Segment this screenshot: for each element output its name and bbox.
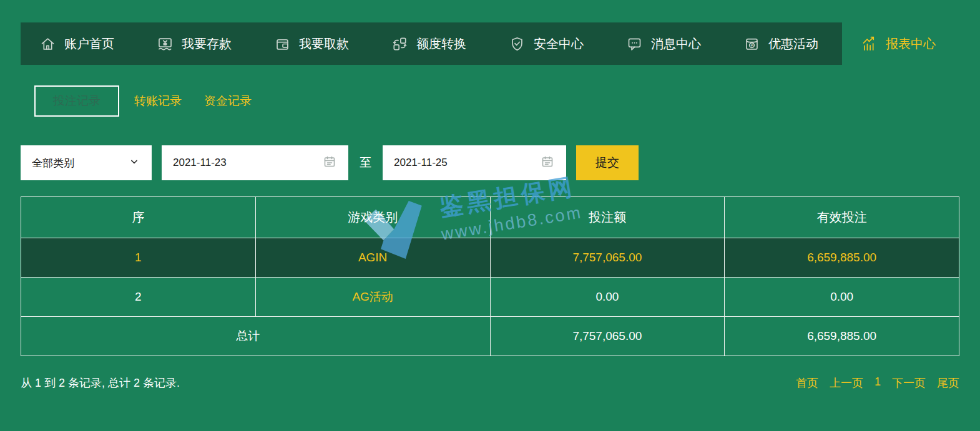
- pagination: 首页上一页1下一页尾页: [796, 375, 959, 390]
- nav-item-label: 优惠活动: [768, 36, 818, 52]
- table-row: 2 AG活动 0.00 0.00: [21, 278, 959, 317]
- bet-amount-cell: 0.00: [490, 278, 725, 317]
- promo-icon: ¥: [743, 36, 760, 52]
- tab-bet-records[interactable]: 投注记录: [34, 85, 119, 117]
- message-icon: [626, 36, 643, 52]
- nav-item-messages[interactable]: 消息中心: [607, 22, 725, 65]
- page-next[interactable]: 下一页: [892, 375, 926, 390]
- page-first[interactable]: 首页: [796, 375, 818, 390]
- svg-text:¥: ¥: [750, 42, 753, 48]
- nav-item-label: 账户首页: [64, 36, 114, 52]
- table-header-cell: 有效投注: [725, 197, 959, 238]
- shield-icon: [509, 36, 526, 52]
- table-header-row: 序游戏类别投注额有效投注: [21, 197, 959, 238]
- category-select-value: 全部类别: [32, 156, 74, 170]
- page-last[interactable]: 尾页: [937, 375, 959, 390]
- chart-icon: [861, 36, 878, 52]
- bet-amount-cell: 7,757,065.00: [490, 238, 725, 278]
- nav-item-deposit[interactable]: 我要存款: [138, 22, 255, 65]
- nav-item-label: 我要存款: [182, 36, 232, 52]
- bet-records-table: 序游戏类别投注额有效投注 1 AGIN 7,757,065.00 6,659,8…: [21, 196, 959, 356]
- calendar-icon[interactable]: [322, 154, 337, 172]
- nav-item-security[interactable]: 安全中心: [490, 22, 607, 65]
- footer-bar: 从 1 到 2 条记录, 总计 2 条记录. 首页上一页1下一页尾页: [21, 375, 959, 390]
- nav-item-account-home[interactable]: 账户首页: [21, 22, 138, 65]
- row-number-cell: 2: [21, 278, 256, 317]
- total-label-cell: 总计: [21, 317, 491, 356]
- page-prev[interactable]: 上一页: [830, 375, 863, 390]
- transfer-icon: [391, 36, 408, 52]
- nav-item-label: 额度转换: [416, 36, 466, 52]
- record-tabs: 投注记录转账记录资金记录: [34, 85, 259, 117]
- chevron-down-icon: [128, 155, 140, 171]
- calendar-icon[interactable]: [540, 154, 555, 172]
- category-select[interactable]: 全部类别: [21, 145, 152, 180]
- table-header-cell: 投注额: [490, 197, 725, 238]
- row-number-cell: 1: [21, 238, 256, 278]
- total-bet-cell: 7,757,065.00: [490, 317, 725, 356]
- nav-item-label: 报表中心: [886, 36, 936, 52]
- report-center-page: 账户首页 我要存款 我要取款 额度转换 安全中心 消息中心 ¥ 优惠活动 报表中…: [0, 0, 980, 431]
- deposit-icon: [157, 36, 174, 52]
- filter-bar: 全部类别 2021-11-23 至 2021-11-25 提交: [21, 145, 639, 180]
- submit-button[interactable]: 提交: [576, 145, 639, 180]
- game-category-link[interactable]: AG活动: [352, 290, 393, 303]
- valid-bet-cell: 6,659,885.00: [725, 238, 959, 278]
- table-row: 1 AGIN 7,757,065.00 6,659,885.00: [21, 238, 959, 278]
- nav-item-label: 安全中心: [534, 36, 584, 52]
- date-from-input[interactable]: 2021-11-23: [162, 145, 348, 180]
- nav-item-withdraw[interactable]: 我要取款: [255, 22, 373, 65]
- date-to-value: 2021-11-25: [394, 157, 448, 169]
- home-icon: [39, 36, 56, 52]
- withdraw-icon: [274, 36, 291, 52]
- tab-fund-records[interactable]: 资金记录: [197, 93, 259, 109]
- nav-item-promotions[interactable]: ¥ 优惠活动: [725, 22, 842, 65]
- valid-bet-cell: 0.00: [725, 278, 959, 317]
- game-category-link[interactable]: AGIN: [358, 251, 387, 264]
- nav-item-label: 消息中心: [651, 36, 701, 52]
- tab-transfer-records[interactable]: 转账记录: [127, 93, 189, 109]
- nav-item-quota-transfer[interactable]: 额度转换: [373, 22, 490, 65]
- table-header-cell: 序: [21, 197, 256, 238]
- game-category-cell: AGIN: [255, 238, 490, 278]
- nav-item-label: 我要取款: [299, 36, 349, 52]
- main-nav: 账户首页 我要存款 我要取款 额度转换 安全中心 消息中心 ¥ 优惠活动 报表中…: [21, 22, 959, 65]
- date-to-input[interactable]: 2021-11-25: [383, 145, 566, 180]
- table-header-cell: 游戏类别: [255, 197, 490, 238]
- game-category-cell: AG活动: [255, 278, 490, 317]
- total-valid-cell: 6,659,885.00: [725, 317, 959, 356]
- date-from-value: 2021-11-23: [173, 157, 227, 169]
- records-summary: 从 1 到 2 条记录, 总计 2 条记录.: [21, 375, 180, 390]
- nav-item-reports[interactable]: 报表中心: [842, 22, 959, 65]
- page-1[interactable]: 1: [875, 375, 881, 390]
- date-range-to-label: 至: [360, 155, 371, 171]
- total-row: 总计 7,757,065.00 6,659,885.00: [21, 317, 959, 356]
